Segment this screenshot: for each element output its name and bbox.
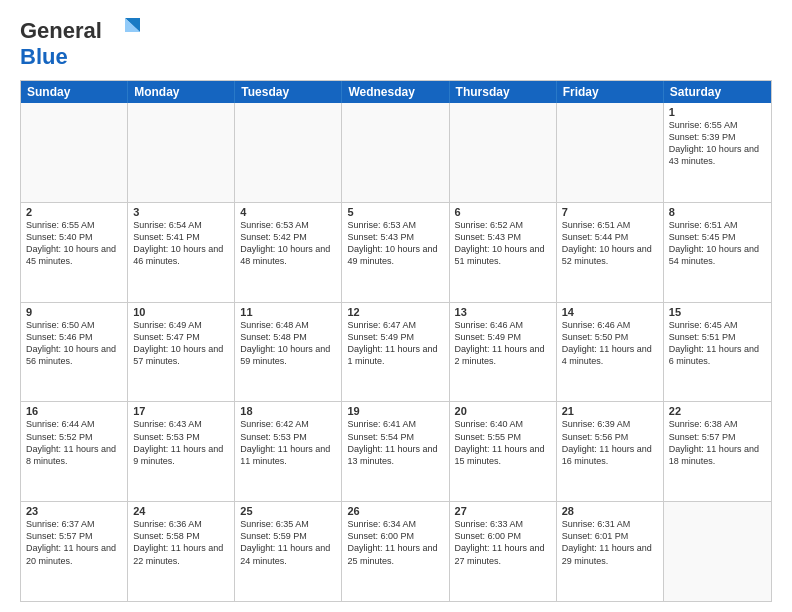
day-number: 2 xyxy=(26,206,122,218)
day-9: 9Sunrise: 6:50 AM Sunset: 5:46 PM Daylig… xyxy=(21,303,128,402)
day-number: 3 xyxy=(133,206,229,218)
day-11: 11Sunrise: 6:48 AM Sunset: 5:48 PM Dayli… xyxy=(235,303,342,402)
day-info: Sunrise: 6:42 AM Sunset: 5:53 PM Dayligh… xyxy=(240,418,336,467)
day-22: 22Sunrise: 6:38 AM Sunset: 5:57 PM Dayli… xyxy=(664,402,771,501)
day-info: Sunrise: 6:45 AM Sunset: 5:51 PM Dayligh… xyxy=(669,319,766,368)
day-info: Sunrise: 6:53 AM Sunset: 5:42 PM Dayligh… xyxy=(240,219,336,268)
day-number: 13 xyxy=(455,306,551,318)
header-saturday: Saturday xyxy=(664,81,771,103)
day-info: Sunrise: 6:47 AM Sunset: 5:49 PM Dayligh… xyxy=(347,319,443,368)
day-info: Sunrise: 6:40 AM Sunset: 5:55 PM Dayligh… xyxy=(455,418,551,467)
logo: General Blue Blue xyxy=(20,16,150,70)
day-18: 18Sunrise: 6:42 AM Sunset: 5:53 PM Dayli… xyxy=(235,402,342,501)
day-info: Sunrise: 6:43 AM Sunset: 5:53 PM Dayligh… xyxy=(133,418,229,467)
header-tuesday: Tuesday xyxy=(235,81,342,103)
day-10: 10Sunrise: 6:49 AM Sunset: 5:47 PM Dayli… xyxy=(128,303,235,402)
day-number: 16 xyxy=(26,405,122,417)
day-26: 26Sunrise: 6:34 AM Sunset: 6:00 PM Dayli… xyxy=(342,502,449,601)
day-17: 17Sunrise: 6:43 AM Sunset: 5:53 PM Dayli… xyxy=(128,402,235,501)
empty-cell xyxy=(664,502,771,601)
day-16: 16Sunrise: 6:44 AM Sunset: 5:52 PM Dayli… xyxy=(21,402,128,501)
day-4: 4Sunrise: 6:53 AM Sunset: 5:42 PM Daylig… xyxy=(235,203,342,302)
day-19: 19Sunrise: 6:41 AM Sunset: 5:54 PM Dayli… xyxy=(342,402,449,501)
empty-cell xyxy=(128,103,235,202)
calendar-header: SundayMondayTuesdayWednesdayThursdayFrid… xyxy=(21,81,771,103)
day-number: 22 xyxy=(669,405,766,417)
day-info: Sunrise: 6:44 AM Sunset: 5:52 PM Dayligh… xyxy=(26,418,122,467)
day-number: 6 xyxy=(455,206,551,218)
day-number: 9 xyxy=(26,306,122,318)
day-14: 14Sunrise: 6:46 AM Sunset: 5:50 PM Dayli… xyxy=(557,303,664,402)
day-info: Sunrise: 6:39 AM Sunset: 5:56 PM Dayligh… xyxy=(562,418,658,467)
day-8: 8Sunrise: 6:51 AM Sunset: 5:45 PM Daylig… xyxy=(664,203,771,302)
empty-cell xyxy=(235,103,342,202)
day-23: 23Sunrise: 6:37 AM Sunset: 5:57 PM Dayli… xyxy=(21,502,128,601)
day-info: Sunrise: 6:51 AM Sunset: 5:45 PM Dayligh… xyxy=(669,219,766,268)
day-info: Sunrise: 6:52 AM Sunset: 5:43 PM Dayligh… xyxy=(455,219,551,268)
day-number: 17 xyxy=(133,405,229,417)
day-info: Sunrise: 6:38 AM Sunset: 5:57 PM Dayligh… xyxy=(669,418,766,467)
day-6: 6Sunrise: 6:52 AM Sunset: 5:43 PM Daylig… xyxy=(450,203,557,302)
day-number: 25 xyxy=(240,505,336,517)
day-info: Sunrise: 6:49 AM Sunset: 5:47 PM Dayligh… xyxy=(133,319,229,368)
day-15: 15Sunrise: 6:45 AM Sunset: 5:51 PM Dayli… xyxy=(664,303,771,402)
header-friday: Friday xyxy=(557,81,664,103)
day-number: 10 xyxy=(133,306,229,318)
day-24: 24Sunrise: 6:36 AM Sunset: 5:58 PM Dayli… xyxy=(128,502,235,601)
day-number: 24 xyxy=(133,505,229,517)
calendar: SundayMondayTuesdayWednesdayThursdayFrid… xyxy=(20,80,772,602)
week-row-5: 23Sunrise: 6:37 AM Sunset: 5:57 PM Dayli… xyxy=(21,501,771,601)
day-info: Sunrise: 6:41 AM Sunset: 5:54 PM Dayligh… xyxy=(347,418,443,467)
day-number: 4 xyxy=(240,206,336,218)
empty-cell xyxy=(450,103,557,202)
day-7: 7Sunrise: 6:51 AM Sunset: 5:44 PM Daylig… xyxy=(557,203,664,302)
day-number: 15 xyxy=(669,306,766,318)
day-number: 12 xyxy=(347,306,443,318)
day-info: Sunrise: 6:50 AM Sunset: 5:46 PM Dayligh… xyxy=(26,319,122,368)
day-info: Sunrise: 6:46 AM Sunset: 5:50 PM Dayligh… xyxy=(562,319,658,368)
day-info: Sunrise: 6:51 AM Sunset: 5:44 PM Dayligh… xyxy=(562,219,658,268)
day-info: Sunrise: 6:55 AM Sunset: 5:40 PM Dayligh… xyxy=(26,219,122,268)
day-number: 8 xyxy=(669,206,766,218)
week-row-2: 2Sunrise: 6:55 AM Sunset: 5:40 PM Daylig… xyxy=(21,202,771,302)
day-info: Sunrise: 6:35 AM Sunset: 5:59 PM Dayligh… xyxy=(240,518,336,567)
day-info: Sunrise: 6:36 AM Sunset: 5:58 PM Dayligh… xyxy=(133,518,229,567)
day-27: 27Sunrise: 6:33 AM Sunset: 6:00 PM Dayli… xyxy=(450,502,557,601)
day-5: 5Sunrise: 6:53 AM Sunset: 5:43 PM Daylig… xyxy=(342,203,449,302)
empty-cell xyxy=(557,103,664,202)
day-25: 25Sunrise: 6:35 AM Sunset: 5:59 PM Dayli… xyxy=(235,502,342,601)
day-13: 13Sunrise: 6:46 AM Sunset: 5:49 PM Dayli… xyxy=(450,303,557,402)
day-3: 3Sunrise: 6:54 AM Sunset: 5:41 PM Daylig… xyxy=(128,203,235,302)
week-row-4: 16Sunrise: 6:44 AM Sunset: 5:52 PM Dayli… xyxy=(21,401,771,501)
day-number: 27 xyxy=(455,505,551,517)
day-info: Sunrise: 6:37 AM Sunset: 5:57 PM Dayligh… xyxy=(26,518,122,567)
day-number: 23 xyxy=(26,505,122,517)
day-number: 14 xyxy=(562,306,658,318)
day-12: 12Sunrise: 6:47 AM Sunset: 5:49 PM Dayli… xyxy=(342,303,449,402)
day-number: 11 xyxy=(240,306,336,318)
day-info: Sunrise: 6:55 AM Sunset: 5:39 PM Dayligh… xyxy=(669,119,766,168)
day-number: 21 xyxy=(562,405,658,417)
calendar-body: 1Sunrise: 6:55 AM Sunset: 5:39 PM Daylig… xyxy=(21,103,771,601)
header-thursday: Thursday xyxy=(450,81,557,103)
day-number: 28 xyxy=(562,505,658,517)
day-28: 28Sunrise: 6:31 AM Sunset: 6:01 PM Dayli… xyxy=(557,502,664,601)
day-number: 20 xyxy=(455,405,551,417)
logo-svg: General Blue xyxy=(20,16,150,44)
page-header: General Blue Blue xyxy=(20,16,772,70)
day-info: Sunrise: 6:46 AM Sunset: 5:49 PM Dayligh… xyxy=(455,319,551,368)
svg-text:General: General xyxy=(20,18,102,43)
empty-cell xyxy=(342,103,449,202)
day-info: Sunrise: 6:53 AM Sunset: 5:43 PM Dayligh… xyxy=(347,219,443,268)
day-number: 19 xyxy=(347,405,443,417)
empty-cell xyxy=(21,103,128,202)
day-2: 2Sunrise: 6:55 AM Sunset: 5:40 PM Daylig… xyxy=(21,203,128,302)
logo-blue-text: Blue xyxy=(20,44,68,70)
day-20: 20Sunrise: 6:40 AM Sunset: 5:55 PM Dayli… xyxy=(450,402,557,501)
day-info: Sunrise: 6:31 AM Sunset: 6:01 PM Dayligh… xyxy=(562,518,658,567)
header-monday: Monday xyxy=(128,81,235,103)
week-row-3: 9Sunrise: 6:50 AM Sunset: 5:46 PM Daylig… xyxy=(21,302,771,402)
header-wednesday: Wednesday xyxy=(342,81,449,103)
day-number: 26 xyxy=(347,505,443,517)
day-number: 1 xyxy=(669,106,766,118)
